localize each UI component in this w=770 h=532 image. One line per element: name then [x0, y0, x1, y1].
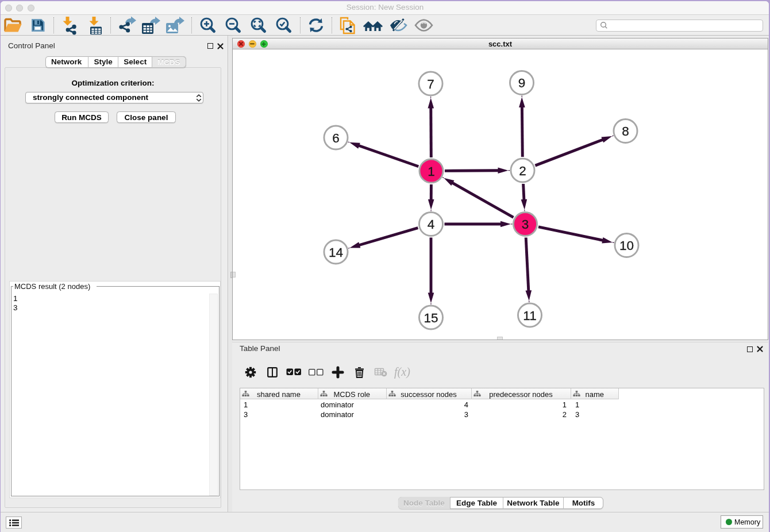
svg-text:10: 10	[619, 238, 634, 253]
svg-text:14: 14	[329, 245, 343, 260]
svg-text:9: 9	[518, 76, 526, 90]
svg-text:15: 15	[424, 311, 438, 325]
svg-text:1: 1	[428, 164, 435, 179]
svg-text:7: 7	[427, 77, 434, 91]
svg-text:3: 3	[522, 217, 529, 232]
svg-text:8: 8	[622, 124, 629, 138]
svg-text:2: 2	[519, 164, 526, 178]
svg-text:6: 6	[332, 131, 340, 145]
svg-text:11: 11	[523, 309, 536, 323]
svg-text:4: 4	[428, 217, 435, 232]
